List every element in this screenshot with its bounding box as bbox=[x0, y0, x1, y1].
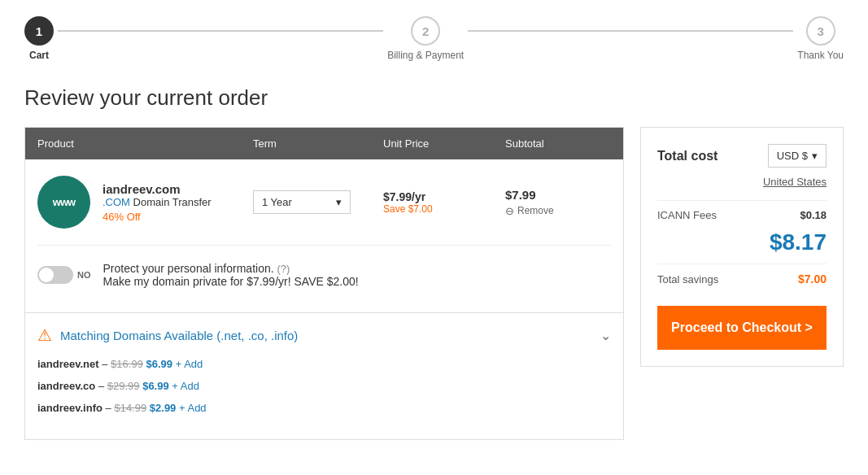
checkout-button[interactable]: Proceed to Checkout > bbox=[657, 306, 827, 350]
cart-body: www iandreev.com .COM Domain Transfer 46… bbox=[25, 159, 623, 312]
list-item: iandreev.info – $14.99 $2.99 + Add bbox=[37, 397, 611, 419]
savings-value: $7.00 bbox=[798, 272, 827, 285]
privacy-toggle-container: NO bbox=[37, 266, 91, 284]
remove-button[interactable]: ⊖ Remove bbox=[505, 205, 611, 217]
product-type-prefix: .COM bbox=[103, 196, 130, 208]
product-type: .COM Domain Transfer bbox=[103, 196, 212, 208]
main-layout: Product Term Unit Price Subtotal www ian… bbox=[24, 127, 844, 440]
step-circle-thankyou: 3 bbox=[806, 16, 835, 46]
matching-chevron-icon: ⌄ bbox=[600, 328, 611, 343]
subtotal-value: $7.99 bbox=[505, 188, 611, 202]
domain-list: iandreev.net – $16.99 $6.99 + Add iandre… bbox=[37, 345, 611, 427]
matching-title: ⚠ Matching Domains Available (.net, .co,… bbox=[37, 325, 298, 345]
cart-header: Product Term Unit Price Subtotal bbox=[25, 128, 623, 159]
remove-label: Remove bbox=[517, 205, 554, 216]
cart-section: Product Term Unit Price Subtotal www ian… bbox=[24, 127, 624, 440]
www-logo: www bbox=[37, 176, 90, 229]
unit-price-value: $7.99/yr bbox=[383, 190, 505, 203]
step-line-1 bbox=[58, 30, 383, 32]
privacy-text-block: Protect your personal information. (?) M… bbox=[103, 262, 359, 288]
country-link[interactable]: United States bbox=[657, 176, 827, 188]
step-label-thankyou: Thank You bbox=[797, 50, 844, 61]
product-type-suffix: Domain Transfer bbox=[130, 196, 212, 208]
divider bbox=[657, 200, 827, 201]
sidebar: Total cost USD $ ▾ United States ICANN F… bbox=[640, 127, 844, 367]
savings-label: Total savings bbox=[657, 273, 718, 285]
total-cost-label: Total cost bbox=[657, 149, 718, 163]
step-circle-cart: 1 bbox=[24, 16, 54, 46]
term-select[interactable]: 1 Year ▾ bbox=[253, 190, 351, 214]
domain-add-co[interactable]: + Add bbox=[172, 380, 199, 392]
stepper: 1 Cart 2 Billing & Payment 3 Thank You bbox=[24, 16, 844, 61]
privacy-row: NO Protect your personal information. (?… bbox=[37, 246, 611, 296]
unit-price-save: Save $7.00 bbox=[383, 203, 505, 215]
page-title: Review your current order bbox=[24, 85, 844, 111]
list-item: iandreev.net – $16.99 $6.99 + Add bbox=[37, 353, 611, 375]
privacy-sub-text: Make my domain private for $7.99/yr! SAV… bbox=[103, 275, 359, 288]
matching-header[interactable]: ⚠ Matching Domains Available (.net, .co,… bbox=[37, 325, 611, 345]
product-discount: 46% Off bbox=[103, 211, 212, 223]
term-cell: 1 Year ▾ bbox=[253, 190, 383, 214]
col-term: Term bbox=[253, 137, 383, 150]
step-circle-billing: 2 bbox=[411, 16, 440, 46]
total-cost-row: Total cost USD $ ▾ bbox=[657, 144, 827, 168]
toggle-knob bbox=[39, 268, 54, 282]
subtotal-cell: $7.99 ⊖ Remove bbox=[505, 188, 611, 217]
unit-price-cell: $7.99/yr Save $7.00 bbox=[383, 190, 505, 215]
currency-chevron-icon: ▾ bbox=[812, 150, 818, 162]
question-icon: (?) bbox=[277, 263, 290, 275]
step-cart: 1 Cart bbox=[24, 16, 54, 61]
icann-fee-value: $0.18 bbox=[800, 209, 827, 221]
col-subtotal: Subtotal bbox=[505, 137, 611, 150]
domain-add-info[interactable]: + Add bbox=[179, 402, 207, 414]
col-unit-price: Unit Price bbox=[383, 137, 505, 150]
currency-value: USD $ bbox=[777, 150, 808, 162]
domain-add-net[interactable]: + Add bbox=[176, 358, 203, 370]
product-info: www iandreev.com .COM Domain Transfer 46… bbox=[37, 176, 253, 229]
matching-section: ⚠ Matching Domains Available (.net, .co,… bbox=[25, 312, 623, 439]
list-item: iandreev.co – $29.99 $6.99 + Add bbox=[37, 375, 611, 397]
step-label-billing: Billing & Payment bbox=[387, 50, 464, 61]
divider-2 bbox=[657, 264, 827, 264]
col-product: Product bbox=[37, 137, 253, 150]
icann-fee-row: ICANN Fees $0.18 bbox=[657, 209, 827, 221]
remove-icon: ⊖ bbox=[505, 205, 514, 217]
step-label-cart: Cart bbox=[29, 50, 49, 61]
total-price: $8.17 bbox=[657, 229, 827, 255]
term-chevron-icon: ▾ bbox=[336, 196, 342, 208]
privacy-toggle[interactable] bbox=[37, 266, 73, 284]
step-thankyou: 3 Thank You bbox=[797, 16, 844, 61]
toggle-label: NO bbox=[77, 270, 91, 280]
product-details: iandreev.com .COM Domain Transfer 46% Of… bbox=[103, 182, 212, 223]
product-name: iandreev.com bbox=[103, 182, 212, 196]
savings-row: Total savings $7.00 bbox=[657, 272, 827, 285]
alert-icon: ⚠ bbox=[37, 325, 52, 345]
privacy-highlight: $7.99/yr! SAVE $2.00! bbox=[246, 275, 359, 288]
product-row: www iandreev.com .COM Domain Transfer 46… bbox=[37, 176, 611, 246]
step-line-2 bbox=[468, 30, 793, 32]
term-value: 1 Year bbox=[262, 196, 292, 208]
currency-select[interactable]: USD $ ▾ bbox=[768, 144, 827, 168]
step-billing: 2 Billing & Payment bbox=[387, 16, 464, 61]
icann-fee-label: ICANN Fees bbox=[657, 209, 717, 221]
privacy-main-text: Protect your personal information. (?) bbox=[103, 262, 359, 275]
